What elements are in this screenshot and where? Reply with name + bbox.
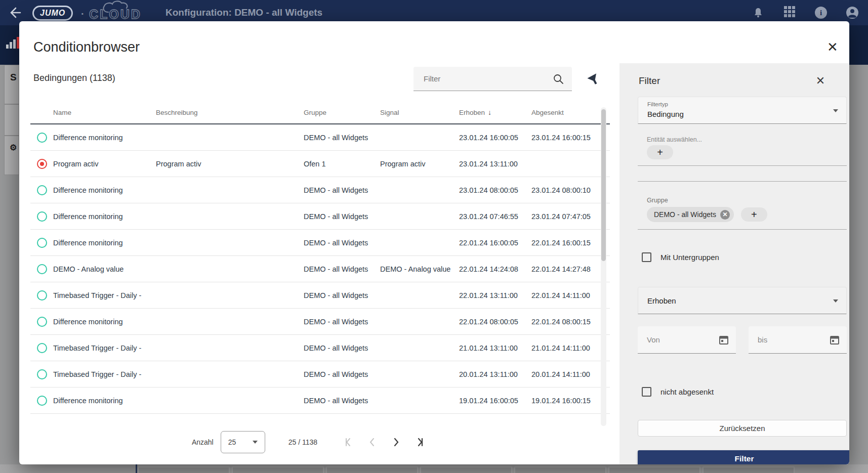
info-icon[interactable]: i [814, 6, 828, 19]
conditions-table: Name Beschreibung Gruppe Signal Erhoben↓… [30, 101, 610, 414]
mit-untergruppen-checkbox-row[interactable]: Mit Untergruppen [642, 252, 719, 262]
last-page-button[interactable] [412, 434, 429, 450]
background-widget-cell [702, 466, 795, 473]
apps-grid-icon[interactable] [783, 6, 796, 19]
column-header-name[interactable]: Name [53, 109, 156, 116]
chevron-down-icon [833, 299, 838, 303]
radio-selected[interactable] [37, 159, 47, 169]
page-size-label: Anzahl [192, 438, 214, 446]
table-scrollbar[interactable] [601, 107, 606, 426]
jumo-logo: JUMO [32, 6, 73, 21]
next-page-button[interactable] [388, 434, 404, 450]
date-to-placeholder: bis [758, 335, 767, 344]
column-header-beschreibung[interactable]: Beschreibung [156, 109, 304, 116]
table-filter-searchbox [414, 67, 572, 91]
filter-panel: Filter ✕ Filtertyp Bedingung Entität aus… [619, 63, 849, 464]
background-widget-cell [608, 466, 700, 473]
filtertyp-select[interactable]: Filtertyp Bedingung [638, 97, 847, 124]
pagination-bar: Anzahl 25 25 / 1138 [19, 427, 601, 457]
date-to-field[interactable]: bis [749, 326, 847, 354]
radio-unselected[interactable] [37, 290, 47, 300]
notifications-bell-icon[interactable] [752, 6, 765, 19]
page-size-select[interactable]: 25 [221, 431, 265, 453]
table-row[interactable]: Difference monitoring DEMO - all Widgets… [30, 230, 610, 256]
table-row[interactable]: Program activ Program activ Ofen 1 Progr… [30, 151, 610, 177]
previous-page-button[interactable] [364, 434, 380, 450]
search-input[interactable] [424, 74, 553, 83]
radio-unselected[interactable] [37, 369, 47, 379]
radio-unselected[interactable] [37, 185, 47, 195]
date-from-placeholder: Von [647, 335, 660, 344]
erhoben-select[interactable]: Erhoben [638, 287, 847, 314]
radio-unselected[interactable] [37, 343, 47, 353]
dialog-title: Conditionbrowser [33, 39, 140, 55]
checkbox-unchecked[interactable] [642, 387, 651, 397]
table-row[interactable]: Difference monitoring DEMO - all Widgets… [30, 388, 610, 414]
apply-filter-button[interactable]: Filter [638, 450, 849, 464]
radio-unselected[interactable] [37, 211, 47, 222]
table-row[interactable]: DEMO - Analog value DEMO - all Widgets D… [30, 256, 610, 282]
mit-untergruppen-label: Mit Untergruppen [660, 253, 719, 262]
search-icon[interactable] [553, 73, 564, 84]
date-from-field[interactable]: Von [638, 326, 736, 354]
table-row[interactable]: Difference monitoring DEMO - all Widgets… [30, 124, 610, 151]
table-row[interactable]: Timebased Trigger - Daily - DEMO - all W… [30, 282, 610, 309]
gear-icon: ⚙ [10, 143, 17, 152]
entity-select-label: Entität auswählen... [647, 136, 702, 143]
radio-unselected[interactable] [37, 396, 47, 406]
page-title: Konfiguration: DEMO - all Widgets [166, 7, 322, 18]
column-header-gruppe[interactable]: Gruppe [304, 109, 380, 116]
add-gruppe-button[interactable]: + [741, 207, 767, 222]
back-arrow-icon[interactable] [7, 6, 21, 20]
filtertyp-value: Bedingung [647, 110, 684, 118]
table-row[interactable]: Difference monitoring DEMO - all Widgets… [30, 203, 610, 230]
radio-unselected[interactable] [37, 133, 47, 143]
table-header-row: Name Beschreibung Gruppe Signal Erhoben↓… [30, 101, 610, 124]
table-row[interactable]: Timebased Trigger - Daily - DEMO - all W… [30, 335, 610, 361]
calendar-icon[interactable] [719, 335, 729, 345]
conditionbrowser-dialog: Conditionbrowser ✕ Bedingungen (1138) Na… [19, 21, 849, 464]
chevron-down-icon [833, 109, 838, 112]
background-widget-cell [514, 466, 606, 473]
nicht-abgesenkt-label: nicht abgesenkt [660, 388, 714, 396]
gruppe-filter-chip: DEMO - all Widgets ✕ [647, 207, 734, 222]
add-entity-button[interactable]: + [647, 145, 673, 159]
table-row[interactable]: Difference monitoring DEMO - all Widgets… [30, 309, 610, 335]
checkbox-unchecked[interactable] [642, 252, 651, 262]
gruppe-label: Gruppe [647, 197, 668, 204]
conditions-count-label: Bedingungen (1138) [33, 73, 115, 83]
background-widget-cell [138, 466, 230, 473]
table-scrollbar-thumb[interactable] [601, 109, 606, 261]
background-widget-cell [232, 466, 324, 473]
background-widget-cell [326, 466, 418, 473]
reset-button[interactable]: Zurücksetzen [638, 420, 847, 437]
table-row[interactable]: Timebased Trigger - Daily - DEMO - all W… [30, 361, 610, 388]
nicht-abgesenkt-checkbox-row[interactable]: nicht abgesenkt [642, 387, 714, 397]
radio-unselected[interactable] [37, 264, 47, 274]
background-widget-cell [420, 466, 512, 473]
sort-desc-icon[interactable]: ↓ [488, 108, 491, 116]
page-range-label: 25 / 1138 [288, 438, 317, 446]
background-sidebar-item [4, 104, 19, 136]
dialog-close-icon[interactable]: ✕ [825, 39, 840, 55]
background-widget-grid [0, 464, 868, 473]
chip-remove-icon[interactable]: ✕ [720, 210, 730, 220]
radio-unselected[interactable] [37, 317, 47, 327]
column-header-erhoben[interactable]: Erhoben↓ [459, 108, 531, 116]
radio-unselected[interactable] [37, 238, 47, 248]
screen: S ⚙ JUMO · CLOUD Konfiguration: DEMO - a… [0, 0, 868, 473]
first-page-button[interactable] [340, 434, 356, 450]
chart-icon [6, 35, 19, 51]
erhoben-value: Erhoben [647, 296, 676, 305]
background-glyph-s: S [10, 72, 17, 83]
account-icon[interactable] [846, 6, 859, 19]
background-sidebar-item [4, 136, 19, 175]
filter-panel-title: Filter [639, 75, 660, 87]
table-row[interactable]: Difference monitoring DEMO - all Widgets… [30, 177, 610, 203]
column-header-signal[interactable]: Signal [380, 109, 459, 116]
calendar-icon[interactable] [830, 335, 840, 345]
background-sidebar-item [4, 65, 19, 104]
column-header-abgesenkt[interactable]: Abgesenkt [531, 109, 599, 116]
filter-funnel-icon[interactable] [585, 71, 602, 88]
filter-panel-close-icon[interactable]: ✕ [814, 74, 827, 88]
